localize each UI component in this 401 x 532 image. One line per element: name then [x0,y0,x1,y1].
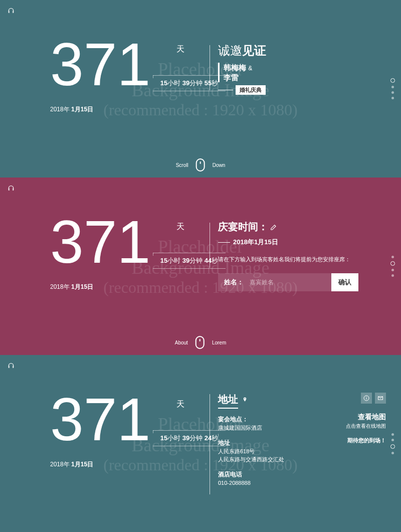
address-section: Placeholder Background Image (recommende… [0,355,401,532]
time-remaining: 15小时 39分钟 44秒 [153,253,226,269]
days-number: 371 [50,389,150,449]
event-date: 2018年 1月15日 [50,283,226,291]
rsvp-block: 庆宴时间： 2018年1月15日 请在下方输入到场宾客姓名我们将提前为您安排座席… [218,220,358,291]
event-date: 2018年 1月15日 [50,105,226,114]
time-remaining: 15小时 39分钟 24秒 [153,430,226,446]
map-block: 查看地图 点击查看在线地图 期待您的到场！ [346,393,386,444]
map-title[interactable]: 查看地图 [346,413,386,422]
guest-name-input[interactable] [250,279,331,286]
countdown-3: 371 天 15小时 39分钟 24秒 2018年 1月15日 [50,389,226,469]
expect-text: 期待您的到场！ [346,437,386,444]
venue-item: 宴会地点： 康城建国国际酒店 [218,415,284,432]
scroll-indicator[interactable]: Scroll Down [176,158,226,171]
day-unit: 天 [176,44,184,55]
section-nav-dots[interactable] [391,430,395,457]
vertical-divider [210,223,210,268]
section-nav-dots[interactable] [391,75,395,102]
name-label: 姓名： [218,278,250,287]
headphone-icon[interactable] [7,7,15,17]
headphone-icon[interactable] [7,185,15,195]
svg-rect-1 [366,398,367,400]
day-unit: 天 [176,222,184,232]
addr-item: 地址 人民东路618号 人民东路与交通西路交汇处 [218,438,284,464]
time-remaining: 15小时 39分钟 55秒 [153,75,226,91]
countdown-1: 371 天 15小时 39分钟 55秒 2018年 1月15日 [50,34,226,114]
vertical-divider [210,45,210,90]
days-number: 371 [50,212,150,272]
address-block: 地址 宴会地点： 康城建国国际酒店 地址 人民东路618号 人民东路与交通西路交… [218,393,284,487]
svg-rect-2 [366,397,367,397]
scroll-indicator[interactable]: About Lorem [175,336,227,349]
rsvp-heading: 庆宴时间： [218,220,358,234]
rsvp-section: Placeholder Background Image (recommende… [0,178,401,355]
event-date: 2018年 1月15日 [50,460,226,469]
name-input-row: 姓名： 确认 [218,273,358,291]
confirm-button[interactable]: 确认 [331,273,358,291]
mouse-icon [196,158,205,171]
ceremony-badge: 婚礼庆典 [236,85,266,95]
hero-section: Placeholder Background Image (recommende… [0,0,401,178]
countdown-2: 371 天 15小时 39分钟 44秒 2018年 1月15日 [50,212,226,291]
couple-names: 韩梅梅 & 李雷 [218,63,266,82]
headphone-icon[interactable] [7,362,15,372]
mouse-icon [195,336,205,349]
rsvp-date: 2018年1月15日 [218,238,358,247]
rsvp-instruction: 请在下方输入到场宾客姓名我们将提前为您安排座席： [218,256,358,263]
invitation-block: 诚邀见证 韩梅梅 & 李雷 婚礼庆典 [218,43,266,95]
pin-icon [242,396,248,405]
mail-icon[interactable] [375,393,386,404]
invite-heading: 诚邀见证 [218,43,266,59]
ceremony-badge-row: 婚礼庆典 [218,85,266,95]
vertical-divider [210,394,210,494]
days-number: 371 [50,34,150,94]
address-heading: 地址 [218,393,284,409]
edit-icon[interactable] [270,221,277,233]
phone-item: 酒店电话 010-2088888 [218,470,284,487]
day-unit: 天 [176,399,184,410]
map-sub[interactable]: 点击查看在线地图 [346,423,386,430]
section-nav-dots[interactable] [391,253,395,280]
info-icon[interactable] [361,393,372,404]
